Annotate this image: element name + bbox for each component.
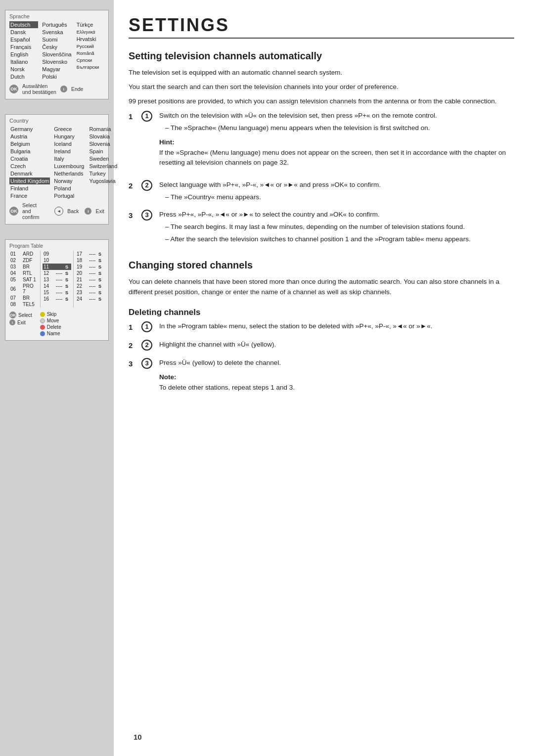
language-item-italiano[interactable]: Italiano [9,58,38,65]
language-item-hrvatski[interactable]: Hrvatski [76,36,104,43]
prog-row-20[interactable]: 20----S [76,270,104,276]
country-item-belgium[interactable]: Belgium [9,140,50,147]
skip-label: Skip [47,311,56,317]
prog-footer-move: Move [40,318,61,323]
country-item-luxembourg[interactable]: Luxembourg [53,163,85,170]
country-item-netherlands[interactable]: Netherlands [53,170,85,177]
country-item-greece[interactable]: Greece [53,126,85,133]
prog-row-13[interactable]: 13----S [43,276,71,283]
prog-row-15[interactable]: 15----S [43,289,71,296]
prog-footer-select: OK Select [9,311,32,318]
move-dot-icon [40,318,45,323]
country-col-1: Germany Austria Belgium Bulgaria Croatia… [9,126,50,199]
prog-row-11[interactable]: 11S [43,264,71,270]
prog-row-04[interactable]: 04RTL [9,270,38,276]
country-item-iceland[interactable]: Iceland [53,140,85,147]
paragraph-changing: You can delete channels that have been s… [129,277,514,298]
step-d3-content: Press »Ü« (yellow) to delete the channel… [159,358,514,398]
country-menu-box: Country Germany Austria Belgium Bulgaria… [5,114,109,224]
page-number: 10 [134,733,142,741]
step-3-text: Press »P+«, »P-«, »◄« or »►« to select t… [159,211,380,218]
language-item-francais[interactable]: Français [9,44,38,50]
country-ok-button[interactable]: OK [9,207,18,216]
ok-button[interactable]: OK [9,85,18,93]
prog-row-19[interactable]: 19----S [76,264,104,270]
prog-row-01[interactable]: 01ARD [9,251,38,257]
language-item-espanol[interactable]: Español [9,36,38,43]
language-item-cesky[interactable]: Česky [41,44,72,50]
main-content: SETTINGS Setting television channels aut… [114,0,534,756]
language-action-confirm: und bestätigen [22,89,56,95]
delete-dot-icon [40,325,45,330]
language-item-svenska[interactable]: Svenska [41,29,72,36]
language-item-romana[interactable]: Română [76,50,104,56]
prog-row-09[interactable]: 09 [43,251,71,257]
steps-list-1: 1 Switch on the television with »Ü« on t… [129,111,514,245]
prog-row-10[interactable]: 10 [43,257,71,264]
note-block: Note: To delete other stations, repeat s… [159,372,514,393]
prog-row-21[interactable]: 21----S [76,276,104,283]
prog-row-08[interactable]: 08TEL5 [9,301,38,308]
paragraph-3: 99 preset positions are provided, to whi… [129,96,514,107]
prog-row-22[interactable]: 22----S [76,283,104,289]
prog-row-12[interactable]: 12----S [43,270,71,276]
language-menu-columns: Deutsch Dansk Español Français English I… [9,21,104,80]
language-item-magyar[interactable]: Magyar [41,66,72,73]
paragraph-1: The television set is equipped with an a… [129,68,514,78]
section-heading-1: Setting television channels automaticall… [129,50,514,62]
prog-row-07[interactable]: 07BR [9,295,38,301]
prog-row-17[interactable]: 17----S [76,251,104,257]
program-table-columns: 01ARD 02ZDF 03BR 04RTL 05SAT 1 06PRO 7 0… [9,251,104,308]
prog-row-24[interactable]: 24----S [76,296,104,302]
country-item-austria[interactable]: Austria [9,133,50,140]
prog-row-05[interactable]: 05SAT 1 [9,276,38,283]
prog-col-2: 09 10 11S 12----S 13----S 14----S 15----… [40,251,71,308]
step-3: 3 Press »P+«, »P-«, »◄« or »►« to select… [129,210,514,245]
country-item-croatia[interactable]: Croatia [9,155,50,162]
country-item-ireland[interactable]: Ireland [53,148,85,155]
language-item-srpski[interactable]: Српски [76,57,104,63]
language-item-suomi[interactable]: Suomi [41,36,72,43]
country-item-denmark[interactable]: Denmark [9,170,50,177]
language-menu-title: Sprache [9,13,104,19]
language-item-norsk[interactable]: Norsk [9,66,38,73]
country-item-germany[interactable]: Germany [9,126,50,133]
prog-footer-name: Name [40,331,61,336]
prog-row-03[interactable]: 03BR [9,264,38,270]
country-item-czech[interactable]: Czech [9,163,50,170]
country-item-bulgaria[interactable]: Bulgaria [9,148,50,155]
language-item-greek[interactable]: Ελληνικά [76,29,104,35]
step-3-content: Press »P+«, »P-«, »◄« or »►« to select t… [159,210,514,245]
country-item-hungary[interactable]: Hungary [53,133,85,140]
country-item-portugal[interactable]: Portugal [53,192,85,199]
paragraph-2: You start the search and can then sort t… [129,82,514,92]
language-item-slovenscina[interactable]: Slovenščina [41,51,72,58]
prog-row-16[interactable]: 16----S [43,296,71,302]
language-item-polski[interactable]: Polski [41,73,72,80]
language-item-turkce[interactable]: Türkçe [76,21,104,28]
country-footer-labels: Select and confirm [22,202,46,220]
step-1-text: Switch on the television with »Ü« on the… [159,112,437,119]
prog-row-18[interactable]: 18----S [76,257,104,264]
prog-row-06[interactable]: 06PRO 7 [9,283,38,295]
prog-row-14[interactable]: 14----S [43,283,71,289]
language-item-slovensko[interactable]: Slovensko [41,58,72,65]
prog-row-23[interactable]: 23----S [76,289,104,296]
language-item-dansk[interactable]: Dansk [9,29,38,36]
country-item-norway[interactable]: Norway [53,178,85,184]
country-item-france[interactable]: France [9,192,50,199]
program-table-footer: OK Select i Exit Skip Move [9,311,104,336]
country-item-italy[interactable]: Italy [53,155,85,162]
language-item-bulgarian[interactable]: Български [76,64,104,70]
language-item-russian[interactable]: Русский [76,43,104,49]
language-item-portugues[interactable]: Português [41,21,72,28]
back-button[interactable]: ◄ [54,207,63,216]
prog-exit-label: Exit [17,320,26,325]
prog-row-02[interactable]: 02ZDF [9,257,38,264]
language-item-english[interactable]: English [9,51,38,58]
language-item-deutsch[interactable]: Deutsch [9,21,38,28]
country-item-finland[interactable]: Finland [9,185,50,192]
country-item-poland[interactable]: Poland [53,185,85,192]
country-item-uk[interactable]: United Kingdom [9,178,50,184]
language-item-dutch[interactable]: Dutch [9,73,38,80]
